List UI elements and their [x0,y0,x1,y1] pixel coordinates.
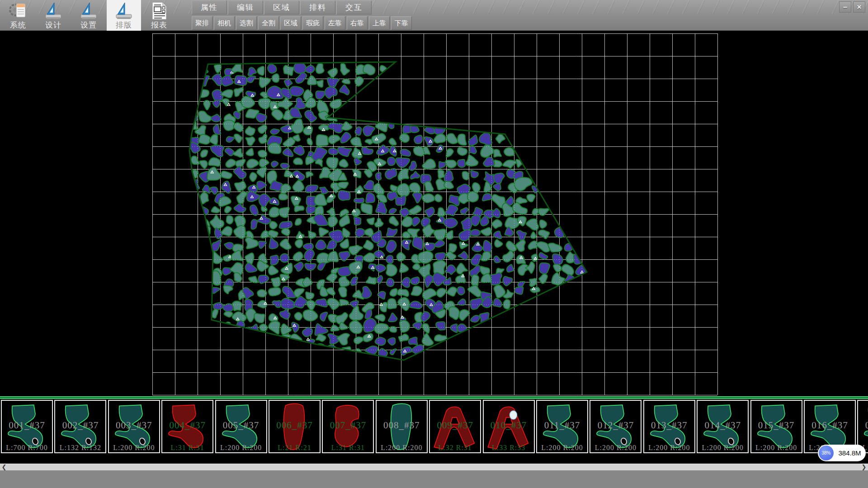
piece-lr-count: L:132 R:132 [55,444,105,452]
piece-name: 012_#37 [590,420,641,431]
layout-ruler-icon [114,1,134,21]
piece-thumbnail-013_#37[interactable]: 013_#37L:200 R:200 [643,400,695,453]
menu-item-5[interactable]: 交互 [336,0,372,14]
piece-thumbnail-014_#37[interactable]: 014_#37L:200 R:200 [697,400,749,453]
scroll-left-icon[interactable]: ❮ [0,464,8,471]
piece-lr-count: L:200 R:200 [698,444,748,452]
module-button-2[interactable]: 设计 [36,0,71,31]
tool-button-4[interactable]: 全割 [258,16,279,30]
settings-ruler-icon [79,1,99,21]
piece-name: 013_#37 [644,420,694,431]
piece-name: 014_#37 [698,420,748,431]
piece-lr-count: L:21 R:21 [269,444,320,452]
tool-button-3[interactable]: 选割 [236,16,257,30]
module-button-label: 设置 [80,21,97,30]
piece-name: 016_#37 [805,420,855,431]
nesting-workspace [0,31,868,396]
piece-lr-count: L:33 R:33 [484,444,534,452]
design-ruler-icon [43,1,63,21]
tool-button-5[interactable]: 区域 [280,16,301,30]
piece-name: 011_#37 [537,420,587,431]
piece-thumbnail-002_#37[interactable]: 002_#37L:132 R:132 [54,400,106,453]
piece-name: 004_#37 [162,420,212,431]
piece-name: 006_#37 [269,420,320,431]
menu-item-4[interactable]: 排料 [300,0,335,14]
piece-lr-count: L:200 R:200 [377,444,427,452]
module-button-1[interactable]: 系统 [1,0,35,31]
piece-name: 017_#37 [858,420,868,431]
minimize-button[interactable]: – [839,1,851,13]
memory-usage: 384.8M [834,449,866,457]
piece-thumbnail-012_#37[interactable]: 012_#37L:200 R:200 [590,400,642,453]
module-button-label: 排版 [116,21,132,30]
piece-name: 007_#37 [323,420,373,431]
tool-button-2[interactable]: 相机 [214,16,235,30]
piece-lr-count: L:700 R:700 [2,444,52,452]
piece-thumbnail-004_#37[interactable]: 004_#37L:31 R:31 [161,400,213,453]
progress-percent: 38% [819,446,834,460]
scroll-right-icon[interactable]: ❯ [860,464,868,471]
menu-item-1[interactable]: 属性 [192,0,227,14]
piece-thumbnail-010_#37[interactable]: 010_#37L:33 R:33 [483,400,535,453]
piece-name: 002_#37 [55,420,105,431]
tool-button-10[interactable]: 下靠 [391,16,412,30]
piece-thumbnail-001_#37[interactable]: 001_#37L:700 R:700 [1,400,53,453]
piece-lr-count: L:32 R:31 [430,444,480,452]
module-button-5[interactable]: 报表 [142,0,176,31]
piece-thumbnail-015_#37[interactable]: 015_#37L:200 R:200 [750,400,802,453]
menu-bar: 属性编辑区域排料交互 [192,0,373,14]
close-button[interactable]: × [853,1,865,13]
piece-name: 009_#37 [430,420,480,431]
application-window: 系统设计设置排版报表 属性编辑区域排料交互 聚排相机选割全割区域瑕疵左靠右靠上靠… [0,0,868,488]
piece-name: 001_#37 [2,420,52,431]
module-button-4[interactable]: 排版 [107,0,141,31]
tool-button-9[interactable]: 上靠 [369,16,390,30]
menu-item-3[interactable]: 区域 [264,0,299,14]
tool-button-6[interactable]: 瑕疵 [302,16,323,30]
report-doc-icon [149,1,169,21]
status-bar [0,470,868,488]
piece-name: 008_#37 [377,420,427,431]
piece-thumbnail-003_#37[interactable]: 003_#37L:200 R:200 [108,400,160,453]
module-button-label: 系统 [10,21,26,30]
piece-thumbnail-009_#37[interactable]: 009_#37L:32 R:31 [429,400,481,453]
piece-thumbnail-005_#37[interactable]: 005_#37L:200 R:200 [215,400,267,453]
menu-item-2[interactable]: 编辑 [228,0,263,14]
module-button-3[interactable]: 设置 [71,0,106,31]
piece-name: 003_#37 [109,420,159,431]
horizontal-scrollbar[interactable]: ❮ ❯ [0,464,868,470]
module-button-label: 设计 [45,21,61,30]
piece-thumbnail-006_#37[interactable]: 006_#37L:21 R:21 [269,400,321,453]
piece-lr-count: L:200 R:200 [590,444,641,452]
piece-lr-count: L:200 R:200 [537,444,587,452]
piece-thumbnail-007_#37[interactable]: 007_#37L:31 R:31 [322,400,374,453]
tool-bar: 聚排相机选割全割区域瑕疵左靠右靠上靠下靠 [192,16,413,30]
piece-lr-count: L:31 R:31 [323,444,373,452]
piece-lr-count: L:200 R:200 [644,444,694,452]
piece-name: 005_#37 [216,420,266,431]
main-toolbar: 系统设计设置排版报表 属性编辑区域排料交互 聚排相机选割全割区域瑕疵左靠右靠上靠… [0,0,868,31]
piece-thumbnail-008_#37[interactable]: 008_#37L:200 R:200 [376,400,428,453]
piece-name: 010_#37 [484,420,534,431]
piece-lr-count: L:200 R:200 [751,444,802,452]
tool-button-7[interactable]: 左靠 [325,16,345,30]
piece-lr-count: L:31 R:31 [162,444,212,452]
tool-button-1[interactable]: 聚排 [192,16,212,30]
module-buttons: 系统设计设置排版报表 [1,0,177,31]
piece-thumbnail-011_#37[interactable]: 011_#37L:200 R:200 [536,400,588,453]
window-controls: – × [839,1,865,13]
nesting-canvas[interactable] [0,31,868,396]
piece-lr-count: L:200 R:200 [109,444,159,452]
piece-lr-count: L:200 R:200 [216,444,266,452]
tool-button-8[interactable]: 右靠 [347,16,368,30]
module-button-label: 报表 [151,21,167,30]
piece-name: 015_#37 [751,420,802,431]
system-gear-icon [8,1,28,21]
progress-badge: 38% 384.8M [818,445,866,461]
piece-thumbnail-strip: 001_#37L:700 R:700002_#37L:132 R:132003_… [0,399,868,455]
